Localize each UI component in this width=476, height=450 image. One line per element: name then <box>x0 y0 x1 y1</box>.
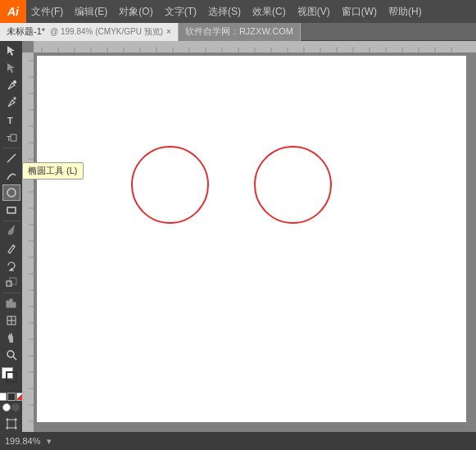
small-color-area <box>2 403 20 411</box>
small-fill-icon[interactable] <box>2 403 11 411</box>
selection-tool[interactable] <box>2 43 20 59</box>
ruler-horizontal <box>34 41 476 52</box>
graph-tool[interactable] <box>2 295 20 311</box>
svg-point-21 <box>7 351 14 357</box>
separator-1 <box>2 148 20 148</box>
svg-rect-13 <box>7 281 11 286</box>
mesh-tool[interactable] <box>2 312 20 329</box>
tab-zoom: @ 199.84% (CMYK/GPU 预览) <box>50 26 163 38</box>
tab-close-button[interactable]: × <box>166 27 171 36</box>
menu-file[interactable]: 文件(F) <box>26 3 68 20</box>
toolbar: T T <box>0 41 22 432</box>
tab-document[interactable]: 未标题-1* @ 199.84% (CMYK/GPU 预览) × <box>0 23 179 41</box>
ruler-vertical <box>22 52 34 432</box>
main-layout: T T <box>0 41 476 432</box>
paintbrush-tool[interactable] <box>2 222 20 239</box>
status-bar: 199.84% ▾ <box>0 432 476 450</box>
tab-website-title: 软件自学网：RJZXW.COM <box>185 25 293 38</box>
artboard-tool[interactable] <box>2 416 20 432</box>
status-info: ▾ <box>47 436 52 447</box>
title-bar: Ai 文件(F) 编辑(E) 对象(O) 文字(T) 选择(S) 效果(C) 视… <box>0 0 476 23</box>
add-anchor-tool[interactable] <box>2 94 20 111</box>
arc-tool[interactable] <box>2 167 20 184</box>
svg-marker-1 <box>7 63 15 73</box>
color-none-icon[interactable] <box>0 393 7 401</box>
color-mode-area <box>0 393 25 401</box>
canvas-document <box>37 56 466 422</box>
svg-point-9 <box>7 189 16 197</box>
svg-line-22 <box>13 357 16 360</box>
color-solid-icon[interactable] <box>7 393 16 401</box>
svg-point-2 <box>13 81 16 84</box>
direct-selection-tool[interactable] <box>2 60 20 76</box>
circle-right <box>254 146 332 224</box>
menu-bar: 文件(F) 编辑(E) 对象(O) 文字(T) 选择(S) 效果(C) 视图(V… <box>26 0 476 23</box>
pencil-tool[interactable] <box>2 240 20 257</box>
circle-left <box>131 146 209 224</box>
line-tool[interactable] <box>2 150 20 166</box>
area-type-tool[interactable]: T <box>2 130 20 146</box>
rotate-tool[interactable] <box>2 257 20 274</box>
menu-edit[interactable]: 编辑(E) <box>70 3 112 20</box>
color-swatch-area <box>2 367 21 389</box>
menu-effect[interactable]: 效果(C) <box>247 3 291 20</box>
svg-marker-0 <box>7 46 15 56</box>
menu-select[interactable]: 选择(S) <box>203 3 246 20</box>
svg-rect-23 <box>7 420 16 428</box>
menu-object[interactable]: 对象(O) <box>114 3 157 20</box>
ruler-v-marks <box>22 52 34 432</box>
tab-bar: 未标题-1* @ 199.84% (CMYK/GPU 预览) × 软件自学网：R… <box>0 23 476 41</box>
ruler-h-marks <box>34 41 476 52</box>
rectangle-tool[interactable] <box>2 202 20 218</box>
svg-text:T: T <box>7 116 13 125</box>
scale-tool[interactable] <box>2 275 20 291</box>
type-tool[interactable]: T <box>2 112 20 129</box>
pen-tool[interactable] <box>2 77 20 93</box>
zoom-tool[interactable] <box>2 347 20 363</box>
menu-view[interactable]: 视图(V) <box>292 3 335 20</box>
tooltip: 椭圆工具 (L) <box>22 162 84 180</box>
svg-rect-7 <box>11 134 16 141</box>
svg-line-11 <box>13 245 15 247</box>
menu-text[interactable]: 文字(T) <box>160 3 202 20</box>
small-icon2 <box>11 403 20 411</box>
ai-logo: Ai <box>0 0 26 23</box>
svg-rect-16 <box>10 299 12 307</box>
canvas-area <box>22 41 476 432</box>
svg-rect-59 <box>22 52 34 432</box>
svg-rect-15 <box>7 301 9 307</box>
tab-website[interactable]: 软件自学网：RJZXW.COM <box>179 23 301 41</box>
ellipse-tool[interactable] <box>2 184 20 201</box>
svg-line-8 <box>7 154 16 162</box>
separator-3 <box>2 293 20 293</box>
svg-rect-10 <box>7 207 16 213</box>
tab-title: 未标题-1* <box>7 25 45 38</box>
stroke-swatch[interactable] <box>6 371 17 383</box>
hand-tool[interactable] <box>2 330 20 346</box>
menu-help[interactable]: 帮助(H) <box>383 3 427 20</box>
svg-rect-17 <box>13 302 16 307</box>
separator-2 <box>2 220 20 221</box>
status-zoom: 199.84% <box>5 436 40 446</box>
menu-window[interactable]: 窗口(W) <box>337 3 382 20</box>
